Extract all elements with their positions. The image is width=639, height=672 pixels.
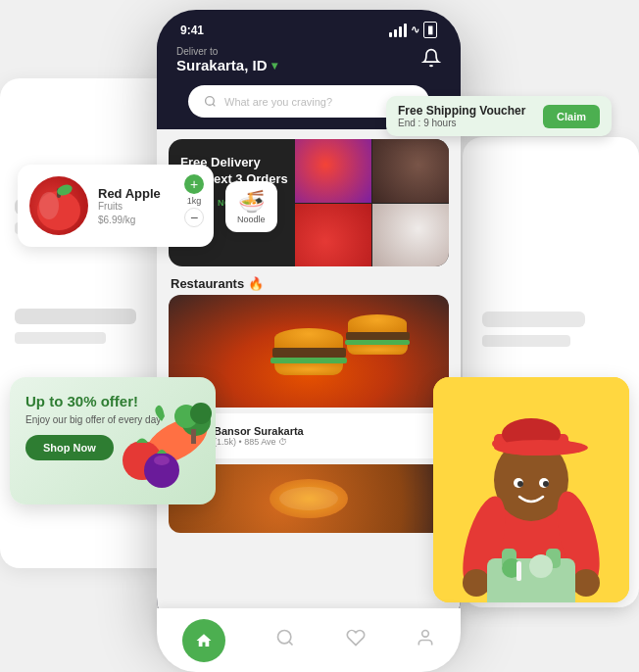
svg-point-26 xyxy=(543,481,549,487)
svg-point-22 xyxy=(494,440,588,456)
quantity-add-button[interactable]: + xyxy=(184,174,204,194)
nav-profile-icon[interactable] xyxy=(416,628,435,652)
food-cell-tomato xyxy=(295,139,371,203)
delivery-person-svg xyxy=(433,377,629,602)
nav-search-icon[interactable] xyxy=(275,628,295,652)
svg-point-36 xyxy=(529,554,553,578)
burger-visual xyxy=(270,328,347,375)
right-bar-2 xyxy=(482,335,570,347)
svg-point-11 xyxy=(190,403,212,424)
battery-icon: ▮ xyxy=(423,22,437,38)
product-image xyxy=(29,176,88,235)
nav-heart-icon[interactable] xyxy=(346,628,366,652)
svg-point-30 xyxy=(572,569,600,597)
wifi-icon: ∿ xyxy=(411,24,419,36)
decorative-bar-3 xyxy=(15,309,136,324)
restaurant-name: Bansor Surakarta xyxy=(214,425,304,437)
quantity-minus-button[interactable]: − xyxy=(184,208,204,227)
food-cell-pepper xyxy=(295,204,371,267)
food-cell-spice xyxy=(372,139,449,203)
quantity-control: + 1kg − xyxy=(184,174,204,227)
restaurants-label: Restaurants 🔥 xyxy=(157,266,461,295)
search-icon xyxy=(204,95,217,108)
quantity-value: 1kg xyxy=(187,196,202,206)
restaurant-meta: (1.5k) • 885 Ave ⏱ xyxy=(214,437,304,447)
svg-rect-35 xyxy=(516,561,521,581)
product-price: $6.99/kg xyxy=(98,212,161,226)
noodle-icon: 🍜 xyxy=(237,189,266,215)
banner-food-image xyxy=(295,139,449,266)
svg-point-29 xyxy=(463,569,490,597)
voucher-text: Free Shipping Voucher End : 9 hours xyxy=(398,104,533,128)
burger-visual-2 xyxy=(345,314,410,355)
phone-header: Deliver to Surakarta, ID ▾ xyxy=(157,42,461,85)
notification-bell-icon[interactable] xyxy=(421,48,441,72)
svg-rect-12 xyxy=(191,429,196,444)
svg-point-25 xyxy=(517,481,523,487)
phone-nav-bar xyxy=(157,608,461,672)
delivery-person-figure xyxy=(433,377,629,602)
product-card: Red Apple Fruits $6.99/kg + 1kg − xyxy=(18,165,214,247)
noodle-category-card[interactable]: 🍜 Noodle xyxy=(225,181,277,232)
deliver-label: Deliver to xyxy=(176,46,277,57)
status-time: 9:41 xyxy=(180,24,204,37)
product-name: Red Apple xyxy=(98,186,161,201)
food-cell-onion xyxy=(372,204,449,267)
voucher-title: Free Shipping Voucher xyxy=(398,104,533,118)
product-category: Fruits xyxy=(98,201,161,212)
svg-point-0 xyxy=(206,97,215,106)
voucher-end-text: End : 9 hours xyxy=(398,118,533,128)
delivery-person-card xyxy=(433,377,629,602)
noodle-label: Noodle xyxy=(237,215,266,224)
search-placeholder: What are you craving? xyxy=(224,96,332,108)
deliver-location: Surakarta, ID ▾ xyxy=(176,57,277,73)
right-bar-1 xyxy=(482,312,585,327)
svg-point-1 xyxy=(278,631,291,644)
claim-button[interactable]: Claim xyxy=(543,105,600,128)
status-icons: ∿ ▮ xyxy=(389,22,437,38)
svg-point-4 xyxy=(39,192,59,219)
voucher-banner: Free Shipping Voucher End : 9 hours Clai… xyxy=(386,96,612,136)
decorative-bar-4 xyxy=(15,332,106,344)
svg-point-2 xyxy=(422,631,429,638)
chevron-down-icon[interactable]: ▾ xyxy=(271,59,277,72)
restaurant-details: Bansor Surakarta (1.5k) • 885 Ave ⏱ xyxy=(214,425,304,447)
signal-icon xyxy=(389,24,407,37)
shop-now-button[interactable]: Shop Now xyxy=(25,435,114,460)
status-bar: 9:41 ∿ ▮ xyxy=(157,10,461,42)
veggie-decoration xyxy=(108,382,216,500)
offer-card: Up to 30% offer! Enjoy our big offer of … xyxy=(10,377,216,504)
svg-point-14 xyxy=(154,456,170,465)
nav-home-button[interactable] xyxy=(182,619,225,662)
product-info: Red Apple Fruits $6.99/kg xyxy=(98,186,161,226)
